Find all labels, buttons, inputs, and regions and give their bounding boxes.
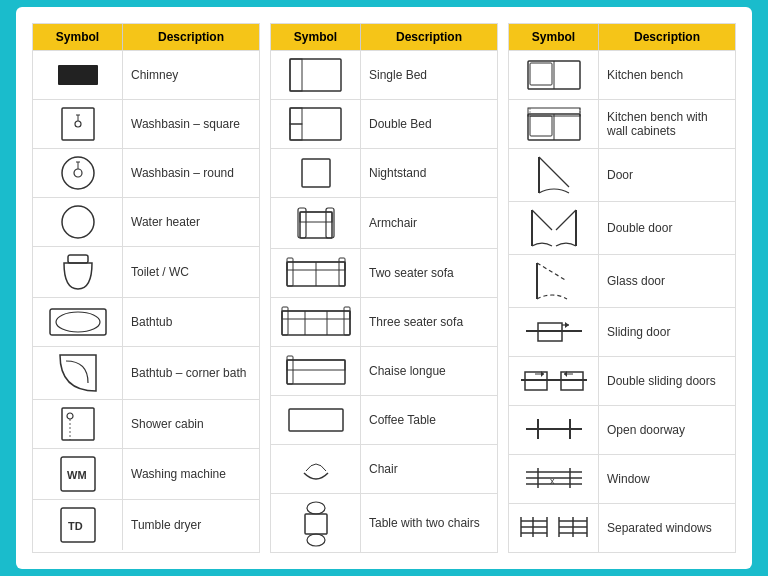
double-bed-icon — [288, 106, 343, 142]
row-table-two-chairs: Table with two chairs — [271, 493, 497, 552]
svg-rect-50 — [530, 63, 552, 85]
row-bathtub: Bathtub — [33, 297, 259, 346]
svg-rect-0 — [58, 65, 98, 85]
row-single-bed: Single Bed — [271, 50, 497, 99]
desc-double-sliding-doors: Double sliding doors — [599, 368, 735, 394]
svg-point-6 — [74, 169, 82, 177]
desc-door: Door — [599, 162, 735, 188]
separated-windows-icon — [519, 515, 589, 541]
kitchen-bench-cabinets-icon — [526, 106, 582, 142]
desc-single-bed: Single Bed — [361, 62, 497, 88]
svg-rect-1 — [62, 108, 94, 140]
svg-rect-44 — [289, 409, 343, 431]
sym-double-door — [509, 202, 599, 254]
chimney-icon — [56, 63, 100, 87]
sym-washbasin-square — [33, 100, 123, 148]
sym-armchair — [271, 198, 361, 248]
svg-marker-64 — [565, 322, 569, 328]
desc-coffee-table: Coffee Table — [361, 407, 497, 433]
desc-kitchen-bench: Kitchen bench — [599, 62, 735, 88]
svg-point-14 — [67, 413, 73, 419]
svg-text:TD: TD — [68, 520, 83, 532]
svg-rect-29 — [300, 212, 332, 222]
nightstand-icon — [298, 155, 334, 191]
sym-tumble-dryer: TD — [33, 500, 123, 550]
sym-open-doorway — [509, 406, 599, 454]
row-chaise-longue: Chaise longue — [271, 346, 497, 395]
svg-rect-43 — [287, 360, 345, 370]
desc-separated-windows: Separated windows — [599, 515, 735, 541]
row-washbasin-round: Washbasin – round — [33, 148, 259, 197]
sym-two-seater-sofa — [271, 249, 361, 297]
row-separated-windows: Separated windows — [509, 503, 735, 552]
sym-bathtub-corner — [33, 347, 123, 399]
desc-nightstand: Nightstand — [361, 160, 497, 186]
chaise-longue-icon — [285, 354, 347, 388]
row-water-heater: Water heater — [33, 197, 259, 246]
single-bed-icon — [288, 57, 343, 93]
bathtub-corner-icon — [58, 353, 98, 393]
col2-header: Symbol Description — [271, 24, 497, 50]
desc-shower-cabin: Shower cabin — [123, 411, 259, 437]
coffee-table-icon — [287, 405, 345, 435]
desc-bathtub: Bathtub — [123, 309, 259, 335]
row-kitchen-bench: Kitchen bench — [509, 50, 735, 99]
sym-table-two-chairs — [271, 494, 361, 552]
row-window: x Window — [509, 454, 735, 503]
desc-kitchen-bench-cabinets: Kitchen bench with wall cabinets — [599, 104, 735, 144]
row-double-bed: Double Bed — [271, 99, 497, 148]
svg-rect-54 — [530, 116, 552, 136]
row-shower-cabin: Shower cabin — [33, 399, 259, 448]
sym-kitchen-bench-cabinets — [509, 100, 599, 148]
col3-header-description: Description — [599, 24, 735, 50]
sym-washbasin-round — [33, 149, 123, 197]
toilet-icon — [60, 253, 96, 291]
desc-chaise-longue: Chaise longue — [361, 358, 497, 384]
desc-double-door: Double door — [599, 215, 735, 241]
svg-point-2 — [75, 121, 81, 127]
row-two-seater-sofa: Two seater sofa — [271, 248, 497, 297]
desc-table-two-chairs: Table with two chairs — [361, 510, 497, 536]
double-sliding-doors-icon — [519, 366, 589, 396]
svg-rect-45 — [305, 514, 327, 534]
sym-single-bed — [271, 51, 361, 99]
svg-rect-26 — [300, 212, 332, 238]
svg-text:WM: WM — [67, 469, 87, 481]
sym-coffee-table — [271, 396, 361, 444]
svg-rect-23 — [290, 108, 302, 124]
desc-open-doorway: Open doorway — [599, 417, 735, 443]
shower-cabin-icon — [60, 406, 96, 442]
svg-rect-24 — [290, 124, 302, 140]
col2-header-symbol: Symbol — [271, 24, 361, 50]
sym-three-seater-sofa — [271, 298, 361, 346]
svg-rect-25 — [302, 159, 330, 187]
desc-washbasin-round: Washbasin – round — [123, 160, 259, 186]
desc-washing-machine: Washing machine — [123, 461, 259, 487]
washing-machine-icon: WM — [59, 455, 97, 493]
sym-chaise-longue — [271, 347, 361, 395]
sym-separated-windows — [509, 504, 599, 552]
row-kitchen-bench-cabinets: Kitchen bench with wall cabinets — [509, 99, 735, 148]
desc-washbasin-square: Washbasin – square — [123, 111, 259, 137]
three-seater-sofa-icon — [280, 305, 352, 339]
kitchen-bench-icon — [526, 59, 582, 91]
main-card: Symbol Description Chimney Wash — [16, 7, 752, 569]
row-three-seater-sofa: Three seater sofa — [271, 297, 497, 346]
svg-rect-35 — [282, 311, 350, 335]
sym-double-bed — [271, 100, 361, 148]
row-chair: Chair — [271, 444, 497, 493]
sym-chair — [271, 445, 361, 493]
double-door-icon — [524, 208, 584, 248]
row-bathtub-corner: Bathtub – corner bath — [33, 346, 259, 399]
desc-glass-door: Glass door — [599, 268, 735, 294]
sym-window: x — [509, 455, 599, 503]
washbasin-square-icon — [60, 106, 96, 142]
desc-sliding-door: Sliding door — [599, 319, 735, 345]
sym-kitchen-bench — [509, 51, 599, 99]
row-nightstand: Nightstand — [271, 148, 497, 197]
sym-chimney — [33, 51, 123, 99]
row-glass-door: Glass door — [509, 254, 735, 307]
col1-header-symbol: Symbol — [33, 24, 123, 50]
desc-bathtub-corner: Bathtub – corner bath — [123, 360, 259, 386]
row-coffee-table: Coffee Table — [271, 395, 497, 444]
